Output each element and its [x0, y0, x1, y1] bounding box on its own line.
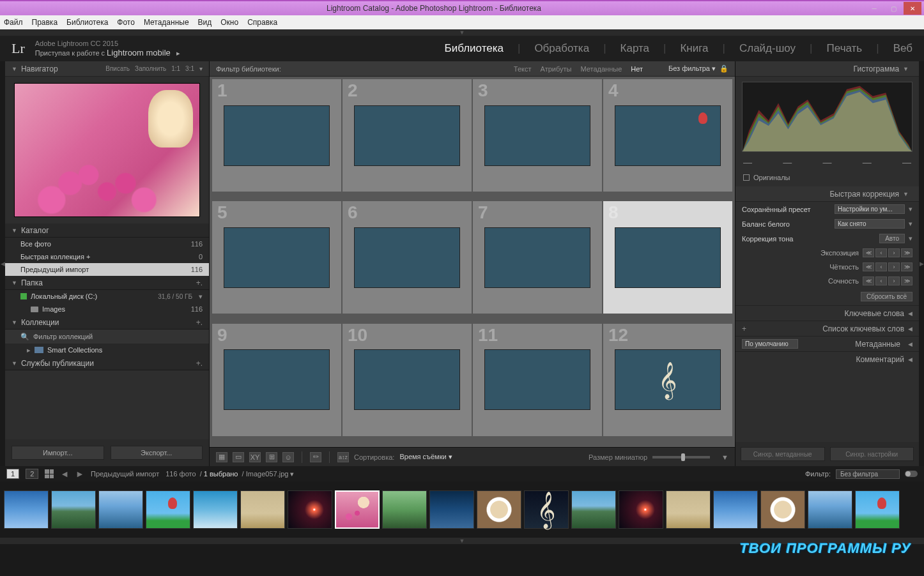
filmstrip-thumb[interactable]	[335, 490, 380, 529]
folder-disk-row[interactable]: Локальный диск (C:) 31,6 / 50 ГБ ▾	[5, 290, 209, 303]
menu-item[interactable]: Фото	[117, 18, 135, 27]
minimize-button[interactable]: ─	[865, 2, 883, 15]
lock-icon[interactable]: 🔒	[720, 64, 728, 73]
clarity-minus[interactable]: ‹	[875, 262, 887, 271]
filmstrip-thumb[interactable]	[193, 490, 238, 529]
sync-settings-button[interactable]: Синхр. настройки	[830, 447, 914, 461]
filmstrip-thumb[interactable]	[429, 490, 474, 529]
sort-direction-icon[interactable]: a↕z	[337, 452, 349, 462]
catalog-row[interactable]: Быстрая коллекция +0	[5, 250, 209, 263]
toolbar-menu-icon[interactable]: ▼	[721, 453, 728, 461]
thumbnail-size-slider[interactable]	[652, 456, 710, 459]
top-collapse[interactable]: ▼	[0, 29, 924, 36]
menu-item[interactable]: Справка	[247, 18, 277, 27]
catalog-row[interactable]: Все фото116	[5, 238, 209, 250]
module-tab[interactable]: Карта	[620, 42, 650, 55]
nav-forward-icon[interactable]: ►	[75, 469, 84, 479]
sync-metadata-button[interactable]: Синхр. метаданные	[741, 447, 825, 461]
catalog-row[interactable]: Предыдущий импорт116	[5, 263, 209, 276]
loupe-view-icon[interactable]: ▭	[233, 452, 244, 462]
right-collapse-handle[interactable]: ▶	[919, 61, 924, 466]
clarity-big-minus[interactable]: ≪	[863, 262, 874, 271]
nav-back-icon[interactable]: ◄	[60, 469, 69, 479]
breadcrumb[interactable]: Предыдущий импорт	[91, 470, 159, 478]
add-keyword-button[interactable]: +	[742, 324, 746, 333]
filmstrip[interactable]	[0, 481, 924, 538]
filmstrip-thumb[interactable]	[477, 490, 521, 529]
exposure-big-plus[interactable]: ≫	[901, 248, 912, 257]
histogram[interactable]	[742, 82, 912, 152]
grid-cell[interactable]: 9	[212, 324, 341, 436]
module-tab[interactable]: Библиотека	[445, 42, 504, 55]
filter-tab[interactable]: Атрибуты	[541, 65, 572, 73]
grid-view-icon[interactable]: ▦	[216, 452, 227, 462]
module-tab[interactable]: Слайд-шоу	[739, 42, 796, 55]
survey-view-icon[interactable]: ⊞	[266, 452, 277, 462]
histogram-header[interactable]: Гистограмма ▼	[735, 61, 919, 77]
navigator-preview[interactable]	[5, 77, 209, 224]
clarity-plus[interactable]: ›	[888, 262, 900, 271]
filmstrip-thumb[interactable]	[288, 490, 332, 529]
grid-cell[interactable]: 3	[473, 79, 602, 192]
filter-tab[interactable]: Нет	[631, 65, 643, 73]
add-collection-button[interactable]: +.	[196, 318, 203, 327]
maximize-button[interactable]: ▢	[884, 2, 902, 15]
metadata-preset-dropdown[interactable]: По умолчанию	[742, 339, 798, 349]
sort-dropdown[interactable]: Время съёмки ▾	[399, 453, 452, 461]
screen-1-button[interactable]: 1	[6, 469, 19, 479]
publish-header[interactable]: ▼ Службы публикации +.	[5, 356, 209, 370]
add-publish-button[interactable]: +.	[196, 359, 203, 368]
module-tab[interactable]: Печать	[827, 42, 863, 55]
reset-all-button[interactable]: Сбросить всё	[861, 292, 912, 301]
filmstrip-thumb[interactable]	[4, 490, 49, 529]
filmstrip-thumb[interactable]	[855, 490, 900, 529]
menu-item[interactable]: Вид	[198, 18, 212, 27]
chevron-down-icon[interactable]: ▾	[199, 65, 203, 72]
keyword-list-panel[interactable]: + Список ключевых слов◀	[735, 321, 919, 336]
originals-row[interactable]: Оригиналы	[735, 171, 919, 186]
filter-tab[interactable]: Текст	[514, 65, 532, 73]
module-tab[interactable]: Книга	[680, 42, 708, 55]
checkbox-icon[interactable]	[743, 174, 750, 181]
filmstrip-thumb[interactable]	[240, 490, 285, 529]
whitebalance-dropdown[interactable]: Как снято	[835, 219, 905, 229]
filmstrip-thumb[interactable]	[666, 490, 711, 529]
grid-cell[interactable]: 12	[603, 324, 732, 436]
collections-header[interactable]: ▼ Коллекции +.	[5, 315, 209, 330]
menu-item[interactable]: Метаданные	[144, 18, 189, 27]
navigator-zoom-option[interactable]: 1:1	[171, 65, 180, 72]
menu-item[interactable]: Правка	[32, 18, 58, 27]
navigator-zoom-option[interactable]: 3:1	[185, 65, 194, 72]
vibrance-plus[interactable]: ›	[888, 277, 900, 285]
close-button[interactable]: ✕	[904, 2, 921, 15]
filter-switch[interactable]	[905, 471, 918, 477]
exposure-plus[interactable]: ›	[888, 248, 900, 257]
comments-panel[interactable]: Комментарий◀	[735, 351, 919, 367]
left-collapse-handle[interactable]: ◀	[0, 61, 5, 466]
people-view-icon[interactable]: ☺	[282, 452, 294, 462]
auto-tone-button[interactable]: Авто	[879, 234, 905, 243]
add-folder-button[interactable]: +.	[196, 278, 203, 287]
grid-icon[interactable]	[45, 469, 54, 478]
filmstrip-thumb[interactable]	[713, 490, 758, 529]
clarity-big-plus[interactable]: ≫	[901, 262, 912, 271]
import-button[interactable]: Импорт...	[12, 446, 104, 460]
keywords-panel[interactable]: Ключевые слова◀	[735, 305, 919, 321]
filter-preset-dropdown[interactable]: Без фильтра ▾	[668, 64, 716, 73]
navigator-header[interactable]: ▼ Навигатор ВписатьЗаполнить1:13:1▾	[5, 61, 209, 77]
chevron-down-icon[interactable]: ▾	[909, 205, 912, 213]
grid-cell[interactable]: 1	[212, 79, 341, 192]
vibrance-big-plus[interactable]: ≫	[901, 277, 912, 285]
filter-tab[interactable]: Метаданные	[580, 65, 622, 73]
folders-header[interactable]: ▼ Папка +.	[5, 276, 209, 290]
menu-item[interactable]: Файл	[4, 18, 23, 27]
filmstrip-filter-dropdown[interactable]: Без фильтра	[836, 469, 900, 479]
chevron-down-icon[interactable]: ▾	[909, 220, 912, 228]
vibrance-minus[interactable]: ‹	[875, 277, 887, 285]
preset-dropdown[interactable]: Настройки по ум...	[835, 204, 905, 214]
grid-cell[interactable]: 11	[473, 324, 602, 436]
screen-2-button[interactable]: 2	[26, 469, 38, 479]
collections-filter[interactable]: 🔍 Фильтр коллекций	[5, 330, 209, 344]
navigator-zoom-option[interactable]: Вписать	[105, 65, 130, 72]
module-tab[interactable]: Обработка	[534, 42, 589, 55]
